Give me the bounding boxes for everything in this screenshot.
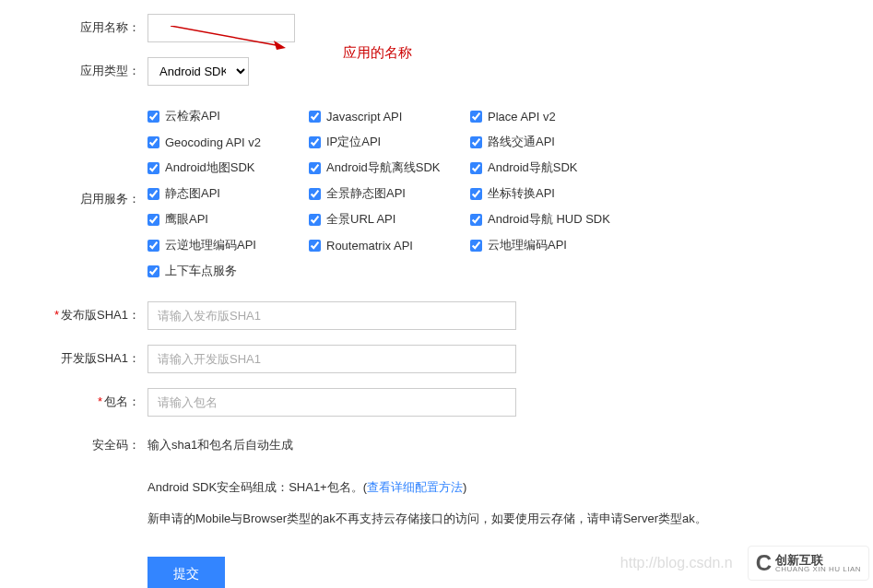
service-checkbox[interactable] bbox=[309, 162, 321, 174]
service-label: 全景静态图API bbox=[326, 185, 406, 202]
security-code-hint: 输入sha1和包名后自动生成 bbox=[147, 431, 873, 453]
service-checkbox[interactable] bbox=[470, 111, 482, 123]
service-checkbox[interactable] bbox=[470, 162, 482, 174]
dev-sha1-input[interactable] bbox=[147, 345, 516, 373]
service-checkbox[interactable] bbox=[470, 214, 482, 226]
service-label: 云逆地理编码API bbox=[165, 237, 256, 253]
service-label: Android地图SDK bbox=[165, 159, 255, 176]
service-label: 路线交通API bbox=[488, 134, 555, 150]
app-type-select[interactable]: Android SDK bbox=[147, 57, 249, 86]
service-checkbox[interactable] bbox=[309, 240, 321, 252]
services-label: 启用服务： bbox=[0, 108, 147, 207]
service-label: 上下车点服务 bbox=[165, 263, 237, 279]
service-label: IP定位API bbox=[326, 134, 381, 150]
sdk-info: Android SDK安全码组成：SHA1+包名。(查看详细配置方法) bbox=[147, 479, 873, 496]
release-sha1-input[interactable] bbox=[147, 301, 516, 330]
service-label: Android导航离线SDK bbox=[326, 159, 441, 176]
ak-notice: 新申请的Mobile与Browser类型的ak不再支持云存储接口的访问，如要使用… bbox=[147, 511, 873, 527]
service-checkbox[interactable] bbox=[147, 136, 159, 148]
svg-line-0 bbox=[171, 26, 281, 46]
watermark-logo: C 创新互联 CHUANG XIN HU LIAN bbox=[748, 546, 869, 581]
service-checkbox[interactable] bbox=[147, 111, 159, 123]
svg-marker-1 bbox=[274, 41, 286, 50]
service-label: 静态图API bbox=[165, 185, 220, 202]
service-label: Android导航 HUD SDK bbox=[488, 211, 610, 228]
service-checkbox[interactable] bbox=[147, 265, 159, 277]
service-label: 鹰眼API bbox=[165, 211, 208, 228]
annotation-arrow bbox=[171, 26, 295, 53]
package-name-label: *包名： bbox=[0, 388, 147, 410]
service-checkbox[interactable] bbox=[470, 240, 482, 252]
release-sha1-label: *发布版SHA1： bbox=[0, 301, 147, 323]
config-method-link[interactable]: 查看详细配置方法 bbox=[367, 480, 463, 494]
service-label: Android导航SDK bbox=[488, 159, 578, 176]
service-label: 坐标转换API bbox=[488, 185, 555, 202]
submit-button[interactable]: 提交 bbox=[147, 557, 225, 588]
annotation-text: 应用的名称 bbox=[343, 44, 412, 62]
service-label: 云检索API bbox=[165, 108, 220, 124]
service-checkbox[interactable] bbox=[147, 188, 159, 200]
package-name-input[interactable] bbox=[147, 388, 516, 417]
service-checkbox[interactable] bbox=[309, 188, 321, 200]
watermark-url: http://blog.csdn.n bbox=[620, 555, 733, 571]
service-label: 云地理编码API bbox=[488, 237, 567, 253]
service-checkbox[interactable] bbox=[309, 214, 321, 226]
service-checkbox[interactable] bbox=[147, 162, 159, 174]
service-label: Javascript API bbox=[326, 110, 402, 123]
service-label: Geocoding API v2 bbox=[165, 135, 261, 149]
logo-icon: C bbox=[756, 550, 772, 576]
security-code-label: 安全码： bbox=[0, 431, 147, 453]
service-checkbox[interactable] bbox=[147, 214, 159, 226]
service-label: Place API v2 bbox=[488, 110, 556, 123]
service-checkbox[interactable] bbox=[147, 240, 159, 252]
app-name-label: 应用名称： bbox=[0, 14, 147, 36]
service-checkbox[interactable] bbox=[309, 136, 321, 148]
app-type-label: 应用类型： bbox=[0, 57, 147, 79]
service-checkbox[interactable] bbox=[470, 188, 482, 200]
service-label: 全景URL API bbox=[326, 211, 395, 228]
service-checkbox[interactable] bbox=[470, 136, 482, 148]
service-label: Routematrix API bbox=[326, 239, 413, 253]
watermark: http://blog.csdn.n C 创新互联 CHUANG XIN HU … bbox=[620, 546, 869, 581]
dev-sha1-label: 开发版SHA1： bbox=[0, 345, 147, 367]
service-checkbox[interactable] bbox=[309, 111, 321, 123]
services-grid: 云检索API Javascript API Place API v2 Geoco… bbox=[147, 108, 873, 279]
